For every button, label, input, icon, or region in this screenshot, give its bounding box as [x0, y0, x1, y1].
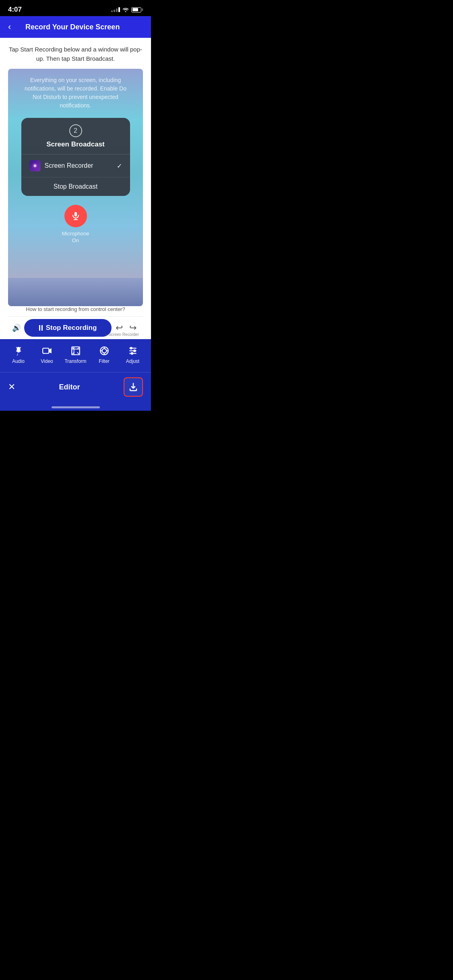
checkmark-icon: ✓ — [117, 162, 122, 170]
pause-icon — [39, 325, 43, 331]
notification-text: Everything on your screen, including not… — [8, 76, 143, 110]
control-bar: 🔊 Stop Recording ↩ ↪ ● Screen Recorder — [8, 316, 143, 339]
popup-title: Screen Broadcast — [29, 140, 122, 148]
svg-point-19 — [130, 347, 132, 349]
toolbar-item-transform[interactable]: Transform — [61, 346, 90, 364]
download-button[interactable] — [124, 377, 143, 397]
toolbar-item-filter[interactable]: Filter — [90, 346, 118, 364]
link-text[interactable]: How to start recording from control cent… — [8, 306, 143, 312]
stop-broadcast-label: Stop Broadcast — [54, 183, 97, 190]
battery-icon — [131, 7, 143, 12]
wifi-icon — [122, 7, 129, 12]
popup-screen-recorder-item[interactable]: Screen Recorder ✓ — [21, 154, 130, 177]
video-icon — [42, 346, 52, 356]
toolbar-item-video[interactable]: Video — [33, 346, 61, 364]
screen-recorder-label: Screen Recorder — [45, 162, 93, 169]
svg-point-21 — [131, 352, 132, 354]
back-button[interactable]: ‹ — [8, 22, 11, 32]
svg-point-2 — [34, 165, 35, 167]
instruction-text: Tap Start Recording below and a window w… — [8, 45, 143, 63]
svg-rect-3 — [74, 212, 77, 216]
transform-icon — [70, 346, 81, 356]
popup-number: 2 — [74, 127, 77, 134]
svg-point-20 — [134, 350, 135, 352]
stop-recording-button[interactable]: Stop Recording — [24, 319, 112, 337]
svg-text:♪: ♪ — [16, 352, 18, 356]
svg-rect-7 — [43, 348, 49, 354]
svg-point-11 — [102, 349, 106, 353]
audio-label: Audio — [12, 358, 25, 364]
popup-card: 2 Screen Broadcast — [21, 118, 130, 196]
signal-icon — [111, 7, 120, 12]
editor-label: Editor — [59, 383, 80, 391]
mic-label: Microphone On — [62, 231, 89, 244]
download-icon — [128, 382, 138, 392]
transform-label: Transform — [64, 358, 86, 364]
mic-area: Microphone On — [62, 205, 89, 244]
filter-label: Filter — [99, 358, 110, 364]
status-icons — [111, 7, 143, 12]
page-title: Record Your Device Screen — [16, 23, 129, 31]
close-button[interactable]: ✕ — [8, 382, 15, 392]
stop-broadcast-button[interactable]: Stop Broadcast — [21, 177, 130, 196]
volume-icon[interactable]: 🔊 — [12, 323, 21, 332]
screen-recorder-watermark: ● Screen Recorder — [105, 332, 139, 337]
home-indicator — [0, 403, 151, 411]
toolbar-item-adjust[interactable]: Adjust — [118, 346, 147, 364]
top-nav: ‹ Record Your Device Screen — [0, 16, 151, 38]
stop-recording-label: Stop Recording — [46, 324, 97, 332]
video-label: Video — [41, 358, 53, 364]
mic-icon — [71, 211, 81, 221]
microphone-button[interactable] — [64, 205, 87, 227]
status-bar: 4:07 — [0, 0, 151, 16]
number-circle: 2 — [69, 124, 82, 137]
screen-recorder-app-icon — [29, 160, 41, 171]
bottom-blur-strip — [8, 278, 143, 306]
screenshot-frame: Everything on your screen, including not… — [8, 69, 143, 306]
popup-header: 2 Screen Broadcast — [21, 118, 130, 154]
app-container: ‹ Record Your Device Screen Tap Start Re… — [0, 16, 151, 411]
audio-icon: ♪ — [13, 346, 24, 356]
blurred-background: Everything on your screen, including not… — [8, 69, 143, 278]
bottom-bar: ✕ Editor — [0, 372, 151, 403]
filter-icon — [99, 346, 110, 356]
toolbar-item-audio[interactable]: ♪ Audio — [4, 346, 33, 364]
home-bar — [52, 406, 100, 408]
adjust-icon — [128, 346, 138, 356]
adjust-label: Adjust — [126, 358, 139, 364]
content-area: Tap Start Recording below and a window w… — [0, 38, 151, 339]
status-time: 4:07 — [8, 6, 22, 14]
bottom-toolbar: ♪ Audio Video Transform — [0, 339, 151, 372]
